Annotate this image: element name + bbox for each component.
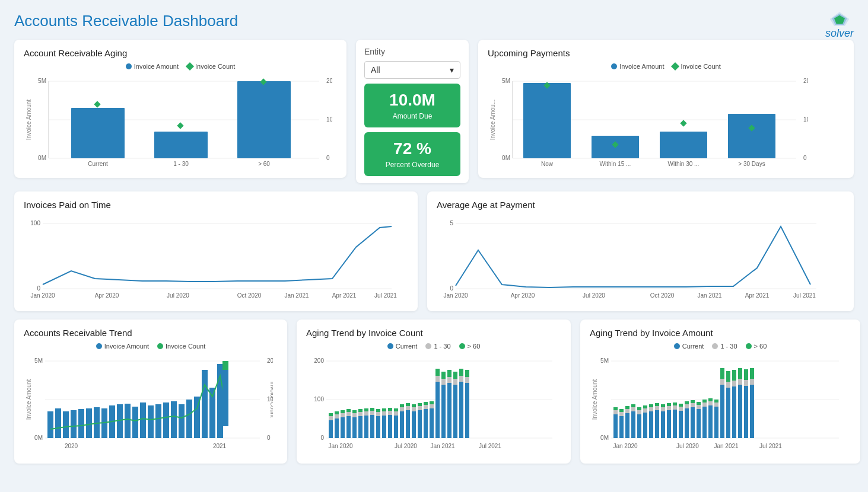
svg-rect-245 (714, 400, 718, 402)
svg-text:100: 100 (314, 396, 324, 402)
svg-rect-257 (738, 368, 742, 379)
svg-rect-15 (177, 122, 183, 129)
entity-kpi-card: Entity All ▾ 10.0M Amount Due 72 % Perce… (356, 40, 469, 183)
svg-rect-78 (63, 411, 69, 438)
svg-rect-156 (418, 410, 422, 438)
svg-rect-134 (370, 408, 374, 411)
svg-rect-117 (341, 417, 345, 438)
svg-rect-132 (370, 415, 374, 438)
svg-rect-248 (720, 368, 724, 379)
trend-legend-amount: Invoice Amount (96, 343, 149, 350)
svg-rect-212 (649, 404, 653, 407)
svg-rect-131 (364, 408, 368, 411)
svg-text:Jan 2021: Jan 2021 (430, 443, 455, 449)
count-legend-60: > 60 (459, 343, 481, 350)
svg-text:Oct 2020: Oct 2020 (650, 292, 675, 299)
svg-rect-178 (459, 376, 463, 382)
trend-title: Accounts Receivable Trend (24, 328, 278, 338)
svg-rect-143 (388, 408, 392, 411)
svg-rect-247 (720, 379, 724, 385)
svg-rect-174 (453, 385, 457, 438)
aging-count-chart: 200 100 0 (306, 352, 561, 455)
trend-count-dot (157, 343, 163, 349)
svg-rect-125 (352, 410, 357, 413)
svg-rect-228 (685, 408, 689, 438)
trend-legend-count: Invoice Count (157, 343, 205, 350)
amt-current-dot (674, 343, 680, 349)
svg-rect-162 (430, 408, 434, 438)
svg-rect-141 (388, 415, 392, 438)
amount-due-kpi: 10.0M Amount Due (364, 84, 460, 127)
amount-legend-current: Current (674, 343, 704, 350)
svg-rect-170 (441, 372, 446, 379)
svg-rect-166 (435, 376, 440, 382)
svg-rect-112 (329, 416, 333, 420)
svg-text:100: 100 (30, 220, 40, 226)
svg-rect-232 (691, 403, 695, 407)
entity-label: Entity (364, 47, 460, 56)
svg-rect-175 (453, 379, 457, 385)
svg-text:200: 200 (803, 78, 808, 84)
upcoming-chart: 5M 0M 200 100 0 (488, 72, 844, 170)
svg-text:Jul 2021: Jul 2021 (374, 292, 397, 299)
svg-text:Jul 2021: Jul 2021 (793, 292, 816, 299)
svg-text:5M: 5M (38, 78, 46, 84)
svg-text:0: 0 (450, 285, 453, 292)
svg-rect-254 (732, 370, 736, 381)
svg-rect-176 (453, 372, 457, 379)
svg-rect-206 (637, 407, 641, 410)
svg-rect-208 (643, 408, 647, 413)
svg-rect-129 (364, 416, 368, 438)
svg-rect-94 (186, 400, 192, 438)
svg-rect-145 (394, 411, 398, 416)
svg-rect-235 (697, 405, 701, 409)
svg-rect-251 (726, 371, 730, 382)
entity-select[interactable]: All ▾ (364, 61, 460, 79)
count-legend-130: 1 - 30 (425, 343, 450, 350)
svg-rect-210 (649, 411, 653, 438)
svg-rect-160 (424, 405, 428, 409)
percent-overdue-kpi: 72 % Percent Overdue (364, 132, 460, 176)
svg-rect-87 (132, 407, 138, 438)
svg-rect-121 (346, 412, 351, 416)
aging-amount-card: Aging Trend by Invoice Amount Current 1 … (580, 320, 860, 464)
aging-title: Account Receivable Aging (24, 48, 337, 58)
svg-text:Apr 2021: Apr 2021 (332, 292, 357, 299)
trend-amount-dot (96, 343, 102, 349)
solver-logo: solver (825, 11, 854, 40)
svg-rect-226 (679, 407, 683, 411)
upcoming-card: Upcoming Payments Invoice Amount Invoice… (478, 40, 854, 178)
svg-rect-148 (400, 407, 404, 411)
svg-rect-255 (738, 385, 742, 438)
svg-rect-93 (179, 404, 185, 438)
svg-rect-11 (71, 108, 125, 158)
svg-rect-169 (441, 379, 446, 385)
svg-rect-217 (661, 407, 665, 411)
svg-rect-224 (673, 402, 677, 405)
svg-rect-122 (346, 409, 351, 412)
svg-rect-133 (370, 411, 374, 415)
svg-rect-259 (744, 380, 748, 386)
svg-rect-194 (613, 407, 618, 410)
svg-text:5M: 5M (600, 357, 609, 364)
svg-rect-89 (148, 405, 154, 438)
svg-rect-198 (625, 413, 629, 438)
svg-rect-34 (728, 114, 775, 158)
svg-rect-163 (430, 404, 434, 408)
svg-rect-177 (459, 382, 463, 438)
svg-rect-207 (643, 413, 647, 438)
aging-card: Account Receivable Aging Invoice Amount … (14, 40, 346, 178)
svg-text:Jul 2021: Jul 2021 (479, 443, 501, 449)
svg-rect-204 (637, 414, 641, 438)
svg-rect-219 (667, 410, 671, 438)
svg-rect-91 (163, 402, 169, 438)
count-60-dot (459, 343, 465, 349)
up-amount-dot (611, 63, 617, 69)
svg-text:Jan 2020: Jan 2020 (328, 443, 353, 449)
avg-age-card: Average Age at Payment 5 0 Jan 2020 Apr … (427, 191, 854, 311)
svg-rect-12 (154, 132, 208, 158)
svg-text:Jan 2021: Jan 2021 (697, 292, 722, 299)
svg-text:Jul 2020: Jul 2020 (676, 443, 699, 449)
svg-rect-118 (341, 413, 345, 417)
svg-rect-144 (394, 416, 398, 438)
